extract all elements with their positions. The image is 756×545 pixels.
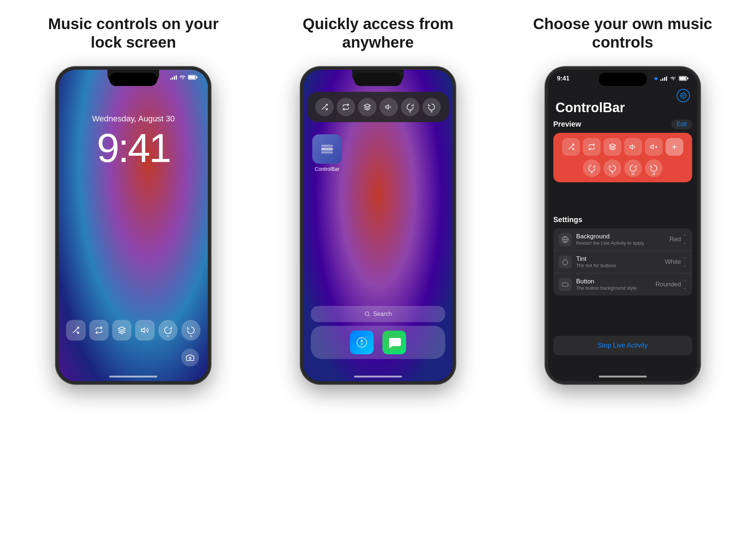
- stop-btn-area: Stop Live Activity: [553, 336, 692, 355]
- section-settings: Choose your own musiccontrols 9:41: [511, 15, 734, 384]
- fc-5s-label-b: 5: [431, 110, 432, 113]
- svg-rect-0: [170, 78, 171, 80]
- p3-dot-icon: [654, 77, 657, 80]
- springboard-search[interactable]: Search: [311, 306, 445, 322]
- pw-layers-btn[interactable]: [604, 138, 621, 156]
- fwd15s-label: 15: [652, 173, 655, 175]
- fc-vol-up-btn[interactable]: [379, 98, 398, 116]
- p3-wifi-icon: [670, 76, 676, 81]
- camera-btn[interactable]: [181, 349, 199, 366]
- pw-back15s-btn[interactable]: 15: [624, 159, 642, 177]
- button-subtitle: The button background style: [576, 285, 651, 291]
- p3-signal-icon: [660, 76, 667, 81]
- home-indicator-1: [109, 376, 157, 377]
- fc-shuffle-btn[interactable]: [315, 98, 334, 116]
- phone-3: 9:41 ControlBar P: [545, 67, 700, 384]
- shuffle-btn-1[interactable]: [66, 320, 85, 341]
- svg-marker-11: [386, 105, 389, 109]
- back5s-label: 5: [591, 171, 592, 175]
- plus-label: +: [672, 142, 677, 151]
- background-icon: [561, 236, 569, 243]
- p3-icons: [654, 76, 688, 81]
- settings-row-background[interactable]: Background Restart the Live Activity to …: [553, 228, 692, 251]
- svg-rect-36: [562, 283, 568, 286]
- pw-vol-up-btn[interactable]: [624, 138, 642, 156]
- stop-live-activity-btn[interactable]: Stop Live Activity: [553, 336, 692, 355]
- gear-nav-btn[interactable]: [677, 89, 690, 102]
- floating-controls: 5 5: [307, 92, 449, 122]
- signal-icon: [170, 75, 177, 80]
- svg-rect-5: [189, 76, 195, 79]
- app-icon-box: [312, 134, 342, 164]
- tint-icon-box: [559, 255, 572, 269]
- tint-value: White ⌃⌄: [665, 256, 687, 268]
- controlbar-app-icon[interactable]: ControlBar: [312, 134, 342, 172]
- svg-point-9: [189, 357, 191, 359]
- dynamic-island-1: [109, 73, 157, 86]
- pw-fwd5s-btn[interactable]: 5: [604, 159, 621, 177]
- gear-icon: [680, 92, 687, 99]
- tint-title: Tint: [576, 255, 661, 263]
- svg-rect-28: [687, 77, 688, 79]
- vol-up-btn-1[interactable]: [135, 320, 154, 341]
- button-icon: [561, 281, 569, 288]
- settings-row-tint[interactable]: Tint The tint for buttons White ⌃⌄: [553, 251, 692, 273]
- background-subtitle: Restart the Live Activity to apply: [576, 240, 665, 246]
- svg-marker-31: [630, 145, 633, 149]
- gear-circle: [677, 89, 690, 102]
- di-pill: [354, 73, 402, 86]
- battery-icon: [188, 75, 197, 80]
- fwd5s-label: 5: [611, 171, 613, 175]
- svg-rect-27: [679, 77, 686, 80]
- svg-marker-7: [118, 327, 125, 330]
- button-chevron: ⌃⌄: [683, 279, 687, 290]
- skip5s-btn-1b[interactable]: 5: [181, 320, 200, 341]
- fc-5s-btn-b[interactable]: 5: [422, 98, 441, 116]
- search-label: Search: [373, 311, 392, 317]
- p3-battery-icon: [679, 76, 688, 81]
- fc-5s-label-a: 5: [409, 110, 411, 113]
- dynamic-island-3: [599, 73, 647, 86]
- svg-rect-3: [176, 75, 177, 80]
- background-text: Background Restart the Live Activity to …: [576, 233, 665, 246]
- pw-add-btn[interactable]: +: [666, 138, 683, 156]
- settings-label: Settings: [553, 215, 692, 224]
- svg-rect-13: [321, 145, 333, 147]
- svg-point-15: [365, 312, 369, 316]
- svg-marker-32: [650, 145, 653, 149]
- phone-1: Wednesday, August 30 9:41: [56, 67, 211, 384]
- button-title: Button: [576, 278, 651, 285]
- pw-shuffle-btn[interactable]: [562, 138, 580, 156]
- button-value: Rounded ⌃⌄: [656, 279, 687, 290]
- skip5s-btn-1a[interactable]: 5: [158, 320, 178, 341]
- pw-repeat-btn[interactable]: [583, 138, 601, 156]
- fc-layers-btn[interactable]: [358, 98, 377, 116]
- dock-messages-icon[interactable]: [382, 331, 406, 354]
- svg-marker-8: [141, 328, 144, 332]
- fc-5s-btn-a[interactable]: 5: [401, 98, 419, 116]
- pw-back5s-btn[interactable]: 5: [583, 159, 601, 177]
- svg-rect-23: [662, 78, 663, 81]
- repeat-btn-1[interactable]: [89, 320, 109, 341]
- pw-vol-down-btn[interactable]: [645, 138, 663, 156]
- edit-button[interactable]: Edit: [671, 120, 692, 129]
- settings-list: Background Restart the Live Activity to …: [553, 228, 692, 296]
- svg-point-16: [354, 335, 369, 350]
- fc-repeat-btn[interactable]: [337, 98, 355, 116]
- dock-safari-icon[interactable]: [350, 331, 374, 354]
- background-icon-box: [559, 233, 572, 246]
- back15s-label: 15: [632, 173, 635, 175]
- svg-rect-1: [172, 77, 173, 80]
- preview-label: Preview: [553, 120, 581, 128]
- tint-text: Tint The tint for buttons: [576, 255, 661, 268]
- control-bar: 5 5: [66, 320, 200, 341]
- section-title-1: Music controls on yourlock screen: [48, 15, 219, 52]
- pw-fwd15s-btn[interactable]: 15: [645, 159, 663, 177]
- svg-marker-10: [364, 104, 371, 107]
- settings-row-button[interactable]: Button The button background style Round…: [553, 273, 692, 296]
- phone-2: 5 5 ControlBar Search: [300, 67, 456, 384]
- wifi-icon: [179, 75, 186, 80]
- layers-btn-1[interactable]: [112, 320, 131, 341]
- preview-row-1: +: [559, 138, 686, 156]
- tint-icon: [561, 258, 569, 266]
